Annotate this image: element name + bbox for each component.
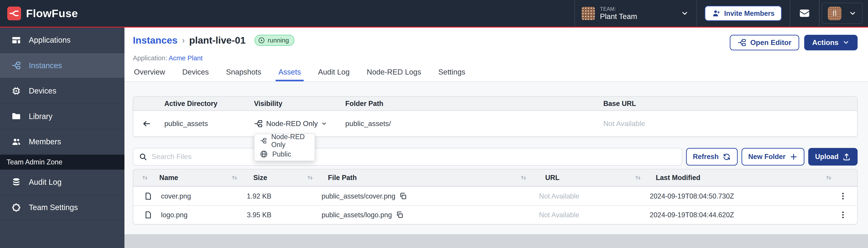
copy-icon[interactable] — [399, 192, 407, 200]
plus-icon — [789, 153, 798, 161]
tab-settings[interactable]: Settings — [437, 68, 466, 81]
col-url[interactable]: URL — [520, 174, 635, 182]
sidebar-item-label: Library — [29, 112, 53, 121]
open-editor-button[interactable]: Open Editor — [730, 35, 800, 50]
gear-icon — [11, 203, 21, 212]
dropdown-option-node-red-only[interactable]: Node-RED Only — [254, 134, 314, 147]
sort-icon[interactable] — [231, 174, 238, 181]
kebab-menu-icon[interactable] — [839, 211, 847, 219]
brand-home-link[interactable]: FlowFuse — [7, 6, 78, 20]
sidebar-item-devices[interactable]: Devices — [0, 78, 124, 104]
instances-icon — [11, 61, 21, 70]
breadcrumb-instances-link[interactable]: Instances — [133, 35, 177, 46]
dropdown-option-label: Public — [272, 150, 291, 158]
col-active-directory: Active Directory — [164, 100, 254, 108]
new-folder-button[interactable]: New Folder — [742, 148, 804, 166]
file-name: cover.png — [161, 192, 191, 200]
application-link[interactable]: Acme Plant — [168, 54, 203, 62]
topbar-right: TEAM: Plant Team Invite Members fl — [575, 0, 863, 27]
flowfuse-app: FlowFuse TEAM: Plant Team Invite Members — [0, 0, 868, 248]
sidebar-item-members[interactable]: Members — [0, 129, 124, 155]
sort-icon[interactable] — [826, 174, 832, 181]
back-arrow-icon[interactable] — [142, 119, 151, 128]
notifications-button[interactable] — [790, 0, 819, 27]
sort-icon[interactable] — [142, 174, 148, 181]
col-name[interactable]: Name — [133, 174, 231, 182]
table-row[interactable]: logo.png 3.95 KB public_assets/logo.png … — [133, 205, 857, 224]
play-circle-icon — [258, 37, 265, 44]
sidebar-item-team-settings[interactable]: Team Settings — [0, 195, 124, 221]
tab-bar: Overview Devices Snapshots Assets Audit … — [133, 68, 857, 81]
new-folder-label: New Folder — [748, 153, 786, 161]
team-texts: TEAM: Plant Team — [600, 6, 637, 21]
visibility-select[interactable]: Node-RED Only — [254, 119, 345, 128]
node-red-flow-icon — [260, 137, 267, 145]
globe-icon — [260, 150, 268, 158]
sidebar-item-instances[interactable]: Instances — [0, 53, 124, 79]
visibility-value: Node-RED Only — [266, 119, 318, 128]
col-visibility: Visibility — [254, 100, 345, 108]
file-path: public_assets/cover.png — [321, 192, 395, 200]
upload-button[interactable]: Upload — [808, 148, 857, 166]
sidebar-item-label: Devices — [29, 86, 56, 95]
search-input[interactable] — [152, 152, 676, 161]
col-size[interactable]: Size — [231, 174, 307, 182]
col-last-modified-label: Last Modified — [656, 174, 700, 182]
col-file-path-label: File Path — [328, 174, 356, 182]
sort-icon[interactable] — [635, 174, 641, 181]
sidebar-item-library[interactable]: Library — [0, 104, 124, 130]
actions-button[interactable]: Actions — [804, 35, 857, 50]
chip-icon — [11, 86, 21, 96]
tab-overview[interactable]: Overview — [133, 68, 166, 81]
files-table-header: Name Size File Path URL — [133, 169, 857, 186]
tab-devices[interactable]: Devices — [181, 68, 210, 81]
team-label: TEAM: — [600, 6, 637, 12]
kebab-menu-icon[interactable] — [839, 192, 847, 200]
directory-folder-path: public_assets/ — [345, 119, 603, 128]
sidebar-item-audit-log[interactable]: Audit Log — [0, 170, 124, 195]
chevron-down-icon — [681, 9, 688, 17]
sidebar-item-applications[interactable]: Applications — [0, 28, 124, 53]
divider — [819, 0, 819, 27]
sort-icon[interactable] — [520, 174, 527, 181]
col-actions — [826, 174, 857, 181]
tab-audit-log[interactable]: Audit Log — [317, 68, 351, 81]
user-menu[interactable]: fl — [822, 3, 862, 24]
tab-node-red-logs[interactable]: Node-RED Logs — [366, 68, 422, 81]
node-red-flow-icon — [738, 38, 746, 47]
dropdown-option-public[interactable]: Public — [254, 147, 314, 161]
user-initials: fl — [833, 9, 837, 17]
brand-name: FlowFuse — [26, 7, 78, 20]
main-content: Instances › plant-live-01 running Open E… — [124, 28, 868, 248]
col-folder-path: Folder Path — [345, 100, 603, 108]
mail-icon — [799, 8, 810, 19]
refresh-icon — [722, 153, 731, 161]
col-last-modified[interactable]: Last Modified — [635, 174, 826, 182]
refresh-button[interactable]: Refresh — [686, 148, 738, 166]
team-name: Plant Team — [600, 12, 637, 21]
team-switcher[interactable]: TEAM: Plant Team — [575, 0, 696, 27]
table-row[interactable]: cover.png 1.92 KB public_assets/cover.pn… — [133, 186, 857, 205]
status-badge-label: running — [268, 37, 289, 44]
chevron-down-icon — [849, 9, 857, 17]
sidebar-item-label: Applications — [29, 36, 71, 44]
copy-icon[interactable] — [396, 211, 403, 219]
tab-assets[interactable]: Assets — [277, 68, 302, 81]
directory-table-header: Active Directory Visibility Folder Path … — [133, 97, 857, 111]
breadcrumb: Instances › plant-live-01 running — [133, 35, 294, 46]
files-table: Name Size File Path URL — [133, 169, 857, 224]
refresh-label: Refresh — [693, 153, 719, 161]
col-url-label: URL — [545, 174, 560, 182]
team-admin-zone-banner: Team Admin Zone — [0, 155, 124, 170]
chevron-down-icon — [842, 39, 850, 46]
col-file-path[interactable]: File Path — [307, 174, 520, 182]
invite-members-button[interactable]: Invite Members — [705, 6, 782, 21]
tab-snapshots[interactable]: Snapshots — [225, 68, 262, 81]
active-directory-table: Active Directory Visibility Folder Path … — [133, 96, 857, 137]
directory-row: public_assets Node-RED Only public_asset… — [133, 111, 857, 136]
visibility-dropdown: Node-RED Only Public — [254, 134, 315, 161]
sort-icon[interactable] — [307, 174, 313, 181]
flowfuse-logo-icon — [7, 6, 21, 20]
breadcrumb-separator: › — [182, 36, 185, 45]
application-label: Application: — [133, 54, 167, 62]
